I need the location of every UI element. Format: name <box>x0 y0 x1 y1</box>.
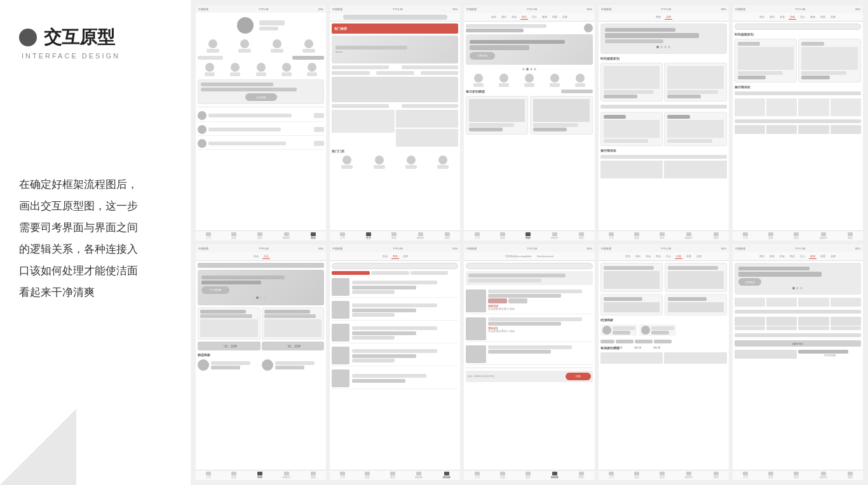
tab-10-cat[interactable]: 类目 <box>794 472 799 479</box>
tab-10-cart[interactable]: 购物车 <box>820 472 827 479</box>
phone-frame-7: 中国联通下午1:3895% 美妆 商家 品牌 <box>330 244 460 480</box>
status-bar-5: 中国联通下午1:3895% <box>733 5 863 13</box>
status-bar-4: 中国联通下午1:3895% <box>599 5 729 13</box>
tab-5-cart[interactable]: 购物车 <box>820 232 827 239</box>
tab-bar-8: 人气 品友 类目 购物量 我的 <box>464 470 594 480</box>
tab-4-cart[interactable]: 购物车 <box>685 232 693 239</box>
tab-bar-7: 人气 品友 类目 购购量 购物量 <box>330 470 460 480</box>
phone-frame-3: 中国联通下午1:3895% 类别 测试 美妆 商品 贝士 健康 母婴 品牌 <box>464 5 594 241</box>
tab-8-home[interactable]: 人气 <box>475 472 480 479</box>
tab-10-shop[interactable]: 品友 <box>768 472 773 479</box>
tab-8-my[interactable]: 我的 <box>579 472 584 479</box>
tab-4-home[interactable]: 人气 <box>609 232 614 239</box>
tab-8-cat[interactable]: 类目 <box>526 472 531 479</box>
tab-4-my[interactable]: 我的 <box>714 232 719 239</box>
phone-frame-8: 中国联通下午1:3895% 完美饰品bloomingdales Nordstro… <box>464 244 594 480</box>
nav-bar-2 <box>330 13 460 22</box>
tab-3-my[interactable]: 我的 <box>579 232 584 239</box>
tab-2-cat[interactable]: 类目 <box>391 232 397 239</box>
status-bar-8: 中国联通下午1:3895% <box>464 244 594 252</box>
tab-shop[interactable]: 品友 <box>231 232 236 239</box>
status-bar-7: 中国联通下午1:3895% <box>330 244 460 252</box>
tab-5-cat[interactable]: 类目 <box>794 232 799 239</box>
phone-frame-2: 中国联通下午1:3895% 热门推荐 banner <box>330 5 460 241</box>
tab-3-cart[interactable]: 购物车 <box>551 232 559 239</box>
tab-4-shop[interactable]: 品友 <box>634 232 639 239</box>
nav-bar-8: 完美饰品bloomingdales Nordstromrack <box>464 252 594 261</box>
triangle-decoration <box>0 409 76 485</box>
phone-frame-10: 中国联通下午1:3895% 类别 测试 美妆 商品 贝士 健康 母婴 品牌 立即… <box>733 244 863 480</box>
status-bar-3: 中国联通下午1:3895% <box>464 5 594 13</box>
tab-home[interactable]: 人气 <box>206 232 211 239</box>
tab-5-home[interactable]: 人气 <box>743 232 748 239</box>
tab-10-home[interactable]: 人气 <box>743 472 748 479</box>
tab-4-cat[interactable]: 类目 <box>660 232 665 239</box>
tab-bar-4: 人气 品友 类目 购物车 我的 <box>599 230 729 241</box>
tab-8-cart[interactable]: 购物量 <box>551 472 559 479</box>
tab-my[interactable]: 我的 <box>311 232 316 239</box>
tab-3-home[interactable]: 人气 <box>475 232 480 239</box>
tab-2-my[interactable]: 我的 <box>445 232 450 239</box>
nav-bar-7: 美妆 商家 品牌 <box>330 252 460 261</box>
nav-bar-4: 商家 品牌 <box>599 13 729 22</box>
tab-9-shop[interactable]: 品友 <box>634 472 639 479</box>
phone-frame-6: 中国联通下午1:3895% 美妆 品品 入门指南▶ <box>196 244 326 480</box>
tab-6-home[interactable]: 人气 <box>206 472 211 479</box>
tab-5-shop[interactable]: 品友 <box>768 232 773 239</box>
wireframes-panel: 中国联通下午1:3895% <box>191 0 868 485</box>
nav-bar-9: 类别 测试 美妆 商品 贝士 问题 母婴 品牌 <box>599 252 729 261</box>
tab-cat[interactable]: 类目 <box>257 232 262 239</box>
tab-9-my[interactable]: 我的 <box>714 472 719 479</box>
tab-2-home[interactable]: 人气 <box>340 232 345 239</box>
tab-6-cart[interactable]: 购物车 <box>283 472 290 479</box>
status-bar-6: 中国联通下午1:3895% <box>196 244 326 252</box>
tab-5-my[interactable]: 我的 <box>848 232 853 239</box>
tab-7-my[interactable]: 购物量 <box>443 472 451 479</box>
phone-frame-5: 中国联通下午1:3895% 类别 测试 美妆 首购 贝士 健康 母婴 品牌 时尚… <box>733 5 863 241</box>
tab-9-home[interactable]: 人气 <box>609 472 614 479</box>
title-circle <box>19 29 37 46</box>
tab-2-on[interactable]: 开关 <box>366 232 371 239</box>
tab-bar-2: 人气 开关 类目 购物车 我的 <box>330 230 460 241</box>
tab-bar-1: 人气 品友 类目 购物车 我的 <box>196 230 326 241</box>
tab-9-cart[interactable]: 购物车 <box>685 472 693 479</box>
tab-bar-6: 人气 品友 商家 购物车 我的 <box>196 470 326 480</box>
phone-frame-4: 中国联通下午1:3895% 商家 品牌 时尚超级折扣 <box>599 5 729 241</box>
nav-bar-6: 美妆 品品 <box>196 252 326 261</box>
status-bar-9: 中国联通下午1:3895% <box>599 244 729 252</box>
nav-bar-5: 类别 测试 美妆 首购 贝士 健康 母婴 品牌 <box>733 13 863 22</box>
phone-frame-9: 中国联通下午1:3895% 类别 测试 美妆 商品 贝士 问题 母婴 品牌 <box>599 244 729 480</box>
tab-2-cart[interactable]: 购物车 <box>417 232 424 239</box>
tab-7-cat[interactable]: 类目 <box>390 472 395 479</box>
tab-bar-5: 人气 品友 类目 购物车 我的 <box>733 230 863 241</box>
tab-3-shop[interactable]: 品友 <box>500 232 505 239</box>
description: 在确定好框架流程图后， 画出交互原型图，这一步 需要司考界面与界面之间 的逻辑关… <box>19 174 172 303</box>
tab-7-shop[interactable]: 品友 <box>365 472 370 479</box>
tab-7-cart[interactable]: 购购量 <box>415 472 423 479</box>
tab-10-my[interactable]: 我的 <box>848 472 853 479</box>
title-zh: 交互原型 <box>44 25 115 50</box>
tab-9-cat[interactable]: 类目 <box>660 472 665 479</box>
tab-6-my[interactable]: 我的 <box>311 472 316 479</box>
nav-bar-3: 类别 测试 美妆 商品 贝士 健康 母婴 品牌 <box>464 13 594 22</box>
left-panel: 交互原型 INTERFACE DESIGN 在确定好框架流程图后， 画出交互原型… <box>0 0 191 485</box>
tab-6-cat[interactable]: 商家 <box>257 472 262 479</box>
title-section: 交互原型 INTERFACE DESIGN <box>19 25 172 60</box>
tab-6-shop[interactable]: 品友 <box>231 472 236 479</box>
tab-bar-10: 人气 品友 类目 购物车 我的 <box>733 470 863 480</box>
tab-cart[interactable]: 购物车 <box>283 232 290 239</box>
nav-bar-10: 类别 测试 美妆 商品 贝士 健康 母婴 品牌 <box>733 252 863 261</box>
title-en: INTERFACE DESIGN <box>19 52 172 60</box>
status-bar-2: 中国联通下午1:3895% <box>330 5 460 13</box>
phone-frame-1: 中国联通下午1:3895% <box>196 5 326 241</box>
tab-7-home[interactable]: 人气 <box>340 472 345 479</box>
tab-3-cat[interactable]: 商家 <box>526 232 531 239</box>
tab-bar-3: 人气 品友 商家 购物车 我的 <box>464 230 594 241</box>
tab-bar-9: 人气 品友 类目 购物车 我的 <box>599 470 729 480</box>
tab-8-shop[interactable]: 品友 <box>500 472 505 479</box>
status-bar-1: 中国联通下午1:3895% <box>196 5 326 13</box>
status-bar-10: 中国联通下午1:3895% <box>733 244 863 252</box>
